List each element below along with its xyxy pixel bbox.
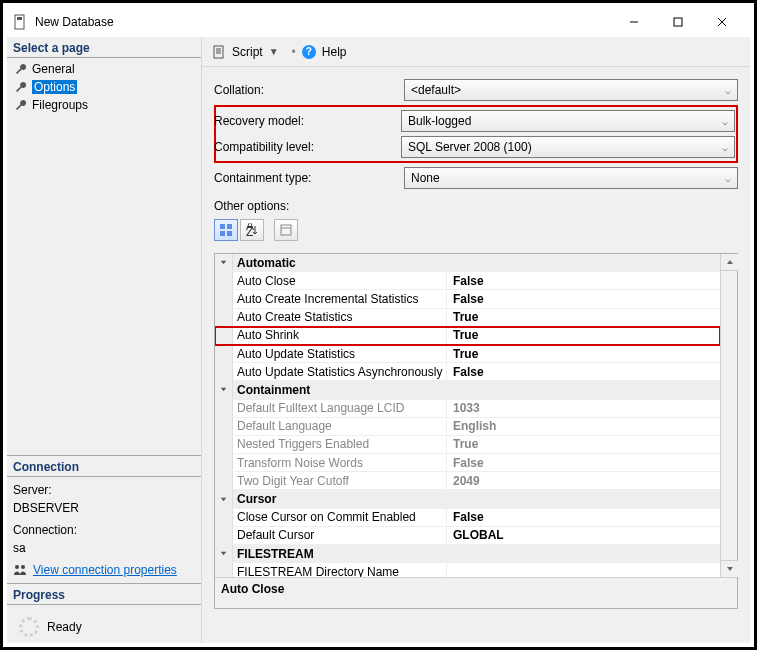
property-name: Default Language (233, 418, 447, 435)
containment-label: Containment type: (214, 171, 404, 185)
connection-label: Connection: (13, 523, 195, 537)
property-value: True (447, 347, 720, 361)
view-connection-properties-link[interactable]: View connection properties (33, 563, 177, 577)
people-icon (13, 564, 27, 576)
property-row[interactable]: Default Fulltext Language LCID1033 (215, 400, 720, 418)
property-category[interactable]: Cursor (215, 490, 720, 508)
alphabetical-button[interactable]: AZ (240, 219, 264, 241)
property-name: Auto Update Statistics Asynchronously (233, 363, 447, 380)
toolbar: Script ▼ • ? Help (202, 37, 750, 67)
svg-text:Z: Z (246, 225, 253, 237)
script-button[interactable]: Script (232, 45, 263, 59)
property-row[interactable]: Auto Update StatisticsTrue (215, 345, 720, 363)
property-name: Two Digit Year Cutoff (233, 472, 447, 489)
property-row[interactable]: Default LanguageEnglish (215, 418, 720, 436)
svg-rect-18 (281, 225, 291, 235)
property-name: Nested Triggers Enabled (233, 436, 447, 453)
svg-point-7 (21, 565, 25, 569)
nav-item-options[interactable]: Options (7, 78, 201, 96)
category-name: Cursor (233, 490, 447, 507)
property-row[interactable]: Two Digit Year Cutoff2049 (215, 472, 720, 490)
scroll-down-button[interactable] (721, 560, 738, 577)
help-button[interactable]: Help (322, 45, 347, 59)
svg-rect-14 (220, 231, 225, 236)
category-name: Automatic (233, 254, 447, 271)
containment-value: None (411, 171, 440, 185)
property-name: Default Cursor (233, 527, 447, 544)
highlight-recovery-compat: Recovery model: Bulk-logged ⌵ Compatibil… (214, 105, 738, 163)
containment-combo[interactable]: None ⌵ (404, 167, 738, 189)
property-category[interactable]: Containment (215, 381, 720, 399)
property-value: True (447, 328, 720, 342)
property-row[interactable]: Auto Create Incremental StatisticsFalse (215, 290, 720, 308)
svg-rect-3 (674, 18, 682, 26)
close-button[interactable] (700, 8, 744, 36)
expand-icon[interactable] (219, 258, 229, 268)
database-icon (13, 14, 27, 30)
property-name: Close Cursor on Commit Enabled (233, 509, 447, 526)
compat-label: Compatibility level: (214, 140, 401, 154)
connection-header: Connection (7, 460, 201, 477)
property-row[interactable]: Close Cursor on Commit EnabledFalse (215, 509, 720, 527)
wrench-icon (15, 63, 27, 75)
property-value: True (447, 437, 720, 451)
nav-item-filegroups[interactable]: Filegroups (7, 96, 201, 114)
recovery-combo[interactable]: Bulk-logged ⌵ (401, 110, 735, 132)
property-row[interactable]: FILESTREAM Directory Name (215, 563, 720, 577)
collation-value: <default> (411, 83, 461, 97)
svg-rect-15 (227, 231, 232, 236)
property-name: FILESTREAM Directory Name (233, 563, 447, 577)
window-title: New Database (35, 15, 114, 29)
server-label: Server: (13, 483, 195, 497)
collation-combo[interactable]: <default> ⌵ (404, 79, 738, 101)
chevron-down-icon: ⌵ (722, 142, 728, 153)
script-icon (212, 45, 226, 59)
nav-item-general[interactable]: General (7, 60, 201, 78)
property-pages-button[interactable] (274, 219, 298, 241)
property-name: Auto Create Statistics (233, 309, 447, 326)
property-row[interactable]: Auto ShrinkTrue (215, 327, 720, 345)
property-value: False (447, 456, 720, 470)
right-panel: Script ▼ • ? Help Collation: <default> ⌵ (202, 37, 750, 643)
property-category[interactable]: Automatic (215, 254, 720, 272)
property-value: 2049 (447, 474, 720, 488)
category-name: Containment (233, 381, 447, 398)
svg-point-6 (15, 565, 19, 569)
property-value: False (447, 274, 720, 288)
property-row[interactable]: Auto Create StatisticsTrue (215, 309, 720, 327)
property-category[interactable]: FILESTREAM (215, 545, 720, 563)
connection-value: sa (13, 541, 195, 555)
property-row[interactable]: Default CursorGLOBAL (215, 527, 720, 545)
svg-rect-1 (17, 17, 22, 20)
category-name: FILESTREAM (233, 545, 447, 562)
vertical-scrollbar[interactable] (720, 254, 737, 577)
progress-section: Progress Ready (7, 583, 201, 643)
property-name: Auto Shrink (233, 327, 447, 344)
wrench-icon (15, 81, 27, 93)
titlebar: New Database (7, 7, 750, 37)
property-row[interactable]: Auto Update Statistics AsynchronouslyFal… (215, 363, 720, 381)
recovery-value: Bulk-logged (408, 114, 471, 128)
expand-icon[interactable] (219, 549, 229, 559)
property-row[interactable]: Transform Noise WordsFalse (215, 454, 720, 472)
other-options-label: Other options: (214, 199, 738, 213)
expand-icon[interactable] (219, 385, 229, 395)
spinner-icon (19, 617, 39, 637)
scroll-up-button[interactable] (721, 254, 738, 271)
svg-rect-8 (214, 46, 223, 58)
property-name: Auto Update Statistics (233, 345, 447, 362)
categorized-button[interactable] (214, 219, 238, 241)
property-value: 1033 (447, 401, 720, 415)
maximize-button[interactable] (656, 8, 700, 36)
chevron-down-icon: ⌵ (725, 173, 731, 184)
property-row[interactable]: Auto CloseFalse (215, 272, 720, 290)
property-value: False (447, 510, 720, 524)
chevron-down-icon: ⌵ (722, 116, 728, 127)
minimize-button[interactable] (612, 8, 656, 36)
script-dropdown[interactable]: ▼ (269, 46, 279, 57)
property-row[interactable]: Nested Triggers EnabledTrue (215, 436, 720, 454)
property-name: Default Fulltext Language LCID (233, 400, 447, 417)
expand-icon[interactable] (219, 494, 229, 504)
compat-combo[interactable]: SQL Server 2008 (100) ⌵ (401, 136, 735, 158)
nav-label: General (32, 62, 75, 76)
